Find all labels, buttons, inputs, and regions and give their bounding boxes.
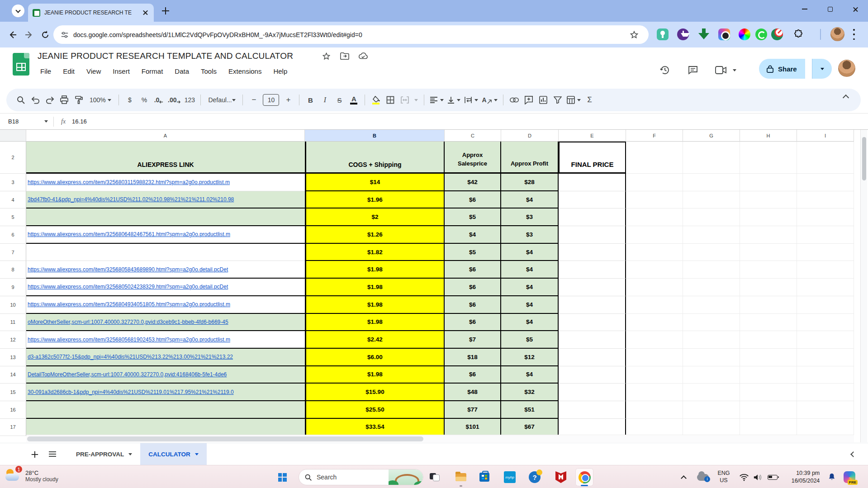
menu-file[interactable]: File [34,66,57,77]
file-explorer-button[interactable] [452,468,470,486]
cell-D7[interactable]: $4 [501,244,559,261]
cell-I12[interactable] [797,331,854,349]
document-title[interactable]: JEANIE PRODUCT RESEARCH TEMPLATE AND CAL… [38,51,293,61]
aliexpress-link[interactable]: https://www.aliexpress.com/item/32568058… [28,266,228,273]
extensions-puzzle-icon[interactable] [792,28,805,41]
cell-C12[interactable]: $7 [445,331,501,349]
cell-I5[interactable] [797,208,854,226]
mcafee-button[interactable] [552,468,570,486]
cell-D17[interactable]: $67 [501,419,559,436]
cell-C3[interactable]: $42 [445,174,501,191]
cell-E16[interactable] [559,401,626,419]
cell-F11[interactable] [626,314,683,332]
cell-B16[interactable]: $25.50 [305,401,445,419]
cell-D9[interactable]: $4 [501,279,559,296]
decrease-decimal-button[interactable]: .0 [152,92,166,108]
column-header-C[interactable]: C [445,130,501,142]
cell-H3[interactable] [740,174,797,191]
cell-C15[interactable]: $48 [445,384,501,401]
cell-G16[interactable] [683,401,740,419]
row-header-3[interactable]: 3 [0,174,26,191]
cell-E3[interactable] [559,174,626,191]
tab-search-button[interactable] [12,5,24,17]
cell-H5[interactable] [740,208,797,226]
cell-F16[interactable] [626,401,683,419]
cell-C5[interactable]: $5 [445,208,501,226]
extension-downloader-icon[interactable] [676,28,690,41]
cell-G15[interactable] [683,384,740,401]
row-header-15[interactable]: 15 [0,384,26,401]
cell-F13[interactable] [626,349,683,366]
url-omnibox[interactable]: docs.google.com/spreadsheets/d/1LMlC2VdQ… [53,25,649,44]
notifications-button[interactable] [824,468,840,486]
paint-format-button[interactable] [71,92,86,108]
taskbar-search[interactable]: Search [299,469,423,485]
cell-A13[interactable]: d3-a1362c5077f2-15&pdp_npi=4%40dis%21USD… [26,349,305,366]
cell-D6[interactable]: $3 [501,226,559,244]
star-document-icon[interactable] [322,52,331,61]
cell-E11[interactable] [559,314,626,332]
strikethrough-button[interactable]: S [332,92,346,108]
tray-show-hidden-button[interactable] [676,468,691,486]
aliexpress-link[interactable]: d3-a1362c5077f2-15&pdp_npi=4%40dis%21USD… [28,354,233,360]
cell-G3[interactable] [683,174,740,191]
cell-I6[interactable] [797,226,854,244]
cell-I10[interactable] [797,296,854,314]
row-header-17[interactable]: 17 [0,419,26,436]
cell-I17[interactable] [797,419,854,436]
reload-button[interactable] [38,28,52,42]
wifi-button[interactable] [736,468,752,486]
increase-decimal-button[interactable]: .00 [166,92,182,108]
insert-chart-button[interactable] [536,92,550,108]
cell-B8[interactable]: $1.98 [305,261,445,279]
cell-I11[interactable] [797,314,854,332]
aliexpress-link[interactable]: https://www.aliexpress.com/item/32568049… [28,301,230,308]
italic-button[interactable]: I [318,92,332,108]
horizontal-align-button[interactable] [428,92,446,108]
cell-I2[interactable] [797,142,854,174]
cell-A5[interactable] [26,208,305,226]
aliexpress-link[interactable]: https://www.aliexpress.com/item/32568056… [28,336,230,343]
cell-E17[interactable] [559,419,626,436]
cell-I3[interactable] [797,174,854,191]
cell-D8[interactable]: $4 [501,261,559,279]
task-view-button[interactable] [426,468,444,486]
row-header-12[interactable]: 12 [0,331,26,349]
cell-C6[interactable]: $4 [445,226,501,244]
horizontal-scrollbar[interactable] [26,435,854,442]
cell-D2[interactable]: Approx Profit [501,142,559,174]
cell-E9[interactable] [559,279,626,296]
aliexpress-link[interactable]: 30-091a3d2686cb-1&pdp_npi=4%40dis%21USD%… [28,389,234,395]
cell-A17[interactable] [26,419,305,436]
cell-E8[interactable] [559,261,626,279]
cell-E12[interactable] [559,331,626,349]
menu-format[interactable]: Format [136,66,169,77]
cell-E5[interactable] [559,208,626,226]
copilot-button[interactable]: PRE [840,468,859,486]
cell-B4[interactable]: $1.96 [305,191,445,209]
aliexpress-link[interactable]: https://www.aliexpress.com/item/32568050… [28,284,228,290]
insert-table-button[interactable] [565,92,583,108]
cell-B13[interactable]: $6.00 [305,349,445,366]
font-family-select[interactable]: Defaul... [204,92,239,108]
row-header-5[interactable]: 5 [0,208,26,226]
vertical-scrollbar[interactable] [860,130,867,442]
cell-A16[interactable] [26,401,305,419]
redo-button[interactable] [43,92,57,108]
cell-F14[interactable] [626,366,683,384]
cell-F2[interactable] [626,142,683,174]
column-header-I[interactable]: I [797,130,854,142]
menu-tools[interactable]: Tools [195,66,223,77]
vertical-scrollbar-thumb[interactable] [862,137,866,180]
vertical-align-button[interactable] [446,92,462,108]
cell-I9[interactable] [797,279,854,296]
tab-pre-approval[interactable]: PRE-APPROVAL [68,443,140,465]
cell-A2[interactable]: ALIEXPRESS LINK [26,142,305,174]
all-sheets-button[interactable] [43,445,62,463]
cell-H7[interactable] [740,244,797,261]
back-button[interactable] [5,28,20,42]
menu-edit[interactable]: Edit [57,66,81,77]
extension-blocker-icon[interactable] [770,28,784,41]
cell-B5[interactable]: $2 [305,208,445,226]
cell-F8[interactable] [626,261,683,279]
